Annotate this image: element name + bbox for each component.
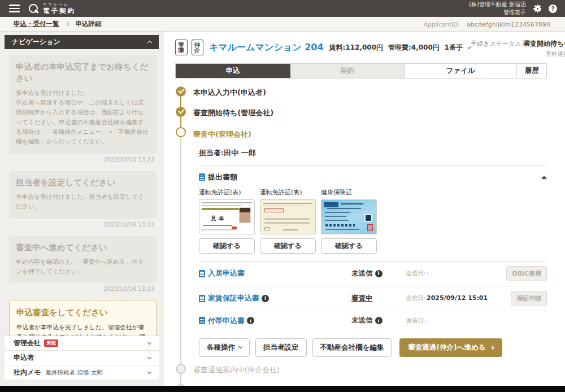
confirm-license-front-button[interactable]: 確認する bbox=[199, 238, 255, 254]
guarantee-apply-button[interactable]: 保証申請 bbox=[511, 291, 547, 306]
accordion-applicant[interactable]: 申込者 bbox=[5, 351, 159, 365]
button-label: 不動産会社欄を編集 bbox=[320, 343, 384, 352]
badge-brokerage: 仲介 bbox=[192, 40, 204, 55]
sent-date-label: 送信日: bbox=[406, 294, 425, 301]
breadcrumb-current: 申込詳細 bbox=[76, 20, 102, 28]
nav-card-title: 申込者の本申込完了までお待ちください bbox=[16, 61, 150, 84]
nav-card-proceed-review: 審査中へ進めてください 申込内容を確認の上、「審査中へ進める」ボタンを押下してく… bbox=[9, 236, 157, 284]
license-back-thumbnail[interactable] bbox=[260, 199, 316, 234]
submitted-documents-title: 提出書類 bbox=[208, 172, 237, 182]
navigation-title: ナビゲーション bbox=[12, 37, 60, 47]
property-name-link[interactable]: キマルームマンション 204 bbox=[209, 42, 323, 54]
top-header: キマルーム 電子契約 (株)管理不動産 新宿店 管理花子 ? bbox=[0, 0, 565, 17]
chevron-down-icon[interactable] bbox=[147, 340, 151, 344]
doc-status-link[interactable]: 審査中 bbox=[351, 294, 373, 303]
sent-date-value: - bbox=[427, 269, 429, 276]
nav-card-wait-application: 申込者の本申込完了までお待ちください 仮申込を受け付けました。 申込者へ再送する… bbox=[9, 55, 157, 154]
application-stepper: 本申込入力中(申込者) 審査開始待ち(管理会社) 審査中(管理会社) 担当者:田… bbox=[175, 86, 547, 386]
doc-link-label: 付帯申込書 bbox=[208, 316, 245, 326]
nav-card-review-application-active: 申込審査をしてください 申込者が本申込を完了しました。管理会社が審査を開始するま… bbox=[9, 300, 157, 336]
ancillary-application-link[interactable]: 付帯申込書 i bbox=[199, 316, 254, 326]
step-todo-icon bbox=[176, 364, 186, 374]
nav-card-body: 申込内容を確認の上、「審査中へ進める」ボタンを押下してください。 bbox=[16, 257, 150, 277]
breadcrumb-parent-link[interactable]: 申込・受付一覧 bbox=[14, 20, 59, 28]
various-operations-button[interactable]: 各種操作 bbox=[199, 338, 250, 357]
chevron-down-icon[interactable] bbox=[147, 355, 151, 359]
confirm-license-back-button[interactable]: 確認する bbox=[260, 238, 316, 254]
review-action-buttons: 各種操作 担当者設定 不動産会社欄を編集 審査通過(仲介)へ進める bbox=[199, 338, 547, 357]
doc-link-label: 入居申込書 bbox=[208, 268, 245, 278]
unread-badge: 未読 bbox=[44, 339, 58, 347]
button-label: 担当者設定 bbox=[263, 343, 299, 352]
identity-doc-label: 運転免許証(表) bbox=[199, 188, 255, 197]
step-waiting-review-start: 審査開始待ち(管理会社) bbox=[175, 107, 547, 127]
sent-date-label: 送信日: bbox=[406, 269, 425, 276]
nav-card-title: 申込審査をしてください bbox=[16, 307, 149, 318]
accordion-internal-memo[interactable]: 社内メモ 最終投稿者:現場 太郎 bbox=[5, 365, 159, 380]
document-icon bbox=[199, 270, 205, 277]
app-window: キマルーム 電子契約 (株)管理不動産 新宿店 管理花子 ? 申込・受付一覧 申… bbox=[0, 0, 565, 392]
step-todo-icon bbox=[176, 384, 186, 386]
rent-guarantee-link[interactable]: 家賃保証申込書 i bbox=[199, 293, 269, 303]
sent-date-label: 送信日: bbox=[406, 317, 425, 324]
identity-doc-license-back: 運転免許証(裏) 確認する bbox=[260, 188, 316, 254]
navigation-header[interactable]: ナビゲーション bbox=[5, 35, 159, 49]
accordion-sublabel: 最終投稿者:現場 太郎 bbox=[46, 369, 103, 377]
tab-bar: 申込 契約 ファイル 履歴 bbox=[175, 63, 547, 79]
step-main-application-input: 本申込入力中(申込者) bbox=[175, 86, 547, 107]
insurance-card-thumbnail[interactable] bbox=[321, 199, 377, 234]
sent-date-value: - bbox=[427, 317, 429, 324]
account-user: 管理花子 bbox=[469, 8, 526, 16]
account-info: (株)管理不動産 新宿店 管理花子 bbox=[469, 1, 526, 16]
document-icon bbox=[199, 317, 205, 324]
chevron-down-icon[interactable] bbox=[147, 369, 151, 373]
nav-card-title: 担当者を設定してください bbox=[16, 177, 150, 188]
license-front-thumbnail[interactable]: 見本 bbox=[199, 199, 255, 234]
applicant-id-label: ApplicantID: bbox=[424, 21, 460, 28]
core-link-label: 基幹連携: bbox=[546, 50, 565, 57]
nav-card-body: 仮申込を受け付けました。 申込者へ再送する場合や、この端末もしくは店頭別端末から… bbox=[16, 88, 150, 147]
chevron-right-icon bbox=[490, 346, 494, 350]
pass-review-proceed-button[interactable]: 審査通過(仲介)へ進める bbox=[399, 338, 502, 357]
main-content: 管理 仲介 キマルームマンション 204 賃料:112,000円 管理費:4,0… bbox=[164, 32, 565, 386]
help-icon[interactable]: ? bbox=[549, 5, 557, 13]
doc-row-rent-guarantee: 家賃保証申込書 i 審査中 送信日:2025/09/12 15:01 bbox=[199, 286, 547, 311]
account-company: (株)管理不動産 新宿店 bbox=[469, 1, 526, 8]
doc-status: 未送信 bbox=[351, 269, 373, 278]
confirm-insurance-button[interactable]: 確認する bbox=[321, 238, 377, 254]
settings-gear-icon[interactable] bbox=[533, 5, 541, 12]
step-done-check-icon bbox=[176, 107, 186, 117]
chevron-up-icon[interactable] bbox=[147, 41, 152, 45]
identity-doc-insurance: 健康保険証 確認する bbox=[321, 188, 377, 254]
property-header: 管理 仲介 キマルームマンション 204 賃料:112,000円 管理費:4,0… bbox=[175, 38, 547, 58]
property-rank: 1番手 bbox=[445, 43, 463, 53]
info-icon[interactable]: i bbox=[247, 317, 254, 324]
property-rent: 賃料:112,000円 bbox=[329, 43, 383, 53]
info-icon[interactable]: i bbox=[375, 317, 383, 324]
menu-icon[interactable] bbox=[9, 5, 20, 12]
brand: キマルーム 電子契約 bbox=[43, 3, 76, 15]
doc-link-label: 家賃保証申込書 bbox=[208, 293, 259, 303]
button-label: 各種操作 bbox=[207, 343, 235, 352]
breadcrumb-bar: 申込・受付一覧 申込詳細 ApplicantID: abcdefghijklm1… bbox=[0, 17, 565, 32]
set-manager-button[interactable]: 担当者設定 bbox=[255, 338, 307, 357]
chevron-down-icon bbox=[238, 345, 242, 349]
collapse-triangle-icon[interactable] bbox=[541, 176, 547, 179]
info-icon[interactable]: i bbox=[262, 295, 269, 302]
info-icon[interactable]: i bbox=[375, 270, 383, 277]
obic-link-button[interactable]: OBIC連携 bbox=[506, 266, 547, 281]
accordion-management-company[interactable]: 管理会社 未読 bbox=[5, 336, 159, 351]
tab-history[interactable]: 履歴 bbox=[517, 64, 546, 78]
step-label: 審査中(管理会社) bbox=[193, 128, 547, 140]
nav-card-title: 審査中へ進めてください bbox=[16, 242, 150, 253]
tab-files[interactable]: ファイル bbox=[405, 64, 517, 78]
tab-contract[interactable]: 契約 bbox=[290, 64, 404, 78]
navigation-card-list: 申込者の本申込完了までお待ちください 仮申込を受け付けました。 申込者へ再送する… bbox=[5, 49, 159, 336]
doc-status: 未送信 bbox=[351, 316, 373, 325]
edit-agency-column-button[interactable]: 不動産会社欄を編集 bbox=[312, 338, 392, 357]
procedure-status-value: 審査開始待ち(管理会社) bbox=[523, 40, 565, 47]
step-done-check-icon bbox=[176, 86, 186, 97]
tab-application[interactable]: 申込 bbox=[176, 64, 290, 78]
tenancy-application-link[interactable]: 入居申込書 bbox=[199, 268, 245, 278]
sidebar-accordions: 管理会社 未読 申込者 社内メモ 最終投稿者:現場 太郎 bbox=[5, 336, 159, 380]
